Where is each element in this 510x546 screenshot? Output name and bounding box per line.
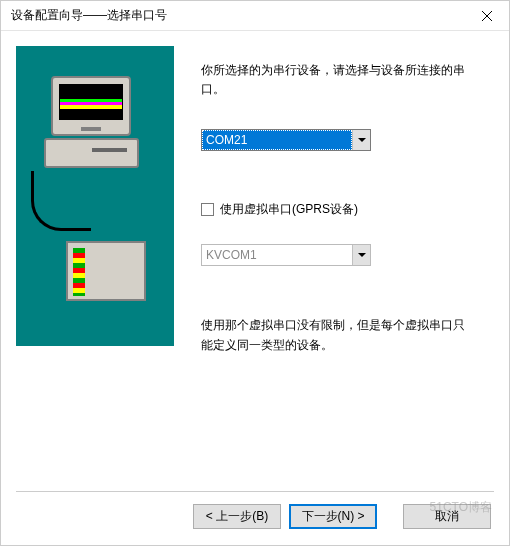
window-title: 设备配置向导——选择串口号 xyxy=(11,7,167,24)
chevron-down-icon[interactable] xyxy=(352,130,370,150)
next-button[interactable]: 下一步(N) > xyxy=(289,504,377,529)
close-button[interactable] xyxy=(464,1,509,31)
wizard-illustration xyxy=(16,46,174,346)
chevron-down-icon xyxy=(352,245,370,265)
virtual-port-value: KVCOM1 xyxy=(202,245,352,265)
left-panel xyxy=(1,31,176,491)
device-box-icon xyxy=(66,241,146,301)
monitor-icon xyxy=(51,76,131,136)
button-row: < 上一步(B) 下一步(N) > 取消 xyxy=(1,492,509,529)
right-panel: 你所选择的为串行设备，请选择与设备所连接的串口。 COM21 使用虚拟串口(GP… xyxy=(176,31,509,491)
virtual-port-dropdown: KVCOM1 xyxy=(201,244,371,266)
close-icon xyxy=(482,11,492,21)
note-text: 使用那个虚拟串口没有限制，但是每个虚拟串口只能定义同一类型的设备。 xyxy=(201,316,474,354)
computer-base-icon xyxy=(44,138,139,168)
com-port-dropdown[interactable]: COM21 xyxy=(201,129,371,151)
content-area: 你所选择的为串行设备，请选择与设备所连接的串口。 COM21 使用虚拟串口(GP… xyxy=(1,31,509,491)
com-port-row: COM21 xyxy=(201,129,474,151)
com-port-value: COM21 xyxy=(202,130,352,150)
virtual-port-row: KVCOM1 xyxy=(201,244,474,266)
cancel-button[interactable]: 取消 xyxy=(403,504,491,529)
intro-text: 你所选择的为串行设备，请选择与设备所连接的串口。 xyxy=(201,61,474,99)
virtual-checkbox-row: 使用虚拟串口(GPRS设备) xyxy=(201,201,474,218)
titlebar: 设备配置向导——选择串口号 xyxy=(1,1,509,31)
back-button[interactable]: < 上一步(B) xyxy=(193,504,281,529)
cable-icon xyxy=(31,171,91,231)
virtual-port-checkbox[interactable] xyxy=(201,203,214,216)
virtual-port-checkbox-label[interactable]: 使用虚拟串口(GPRS设备) xyxy=(220,201,358,218)
